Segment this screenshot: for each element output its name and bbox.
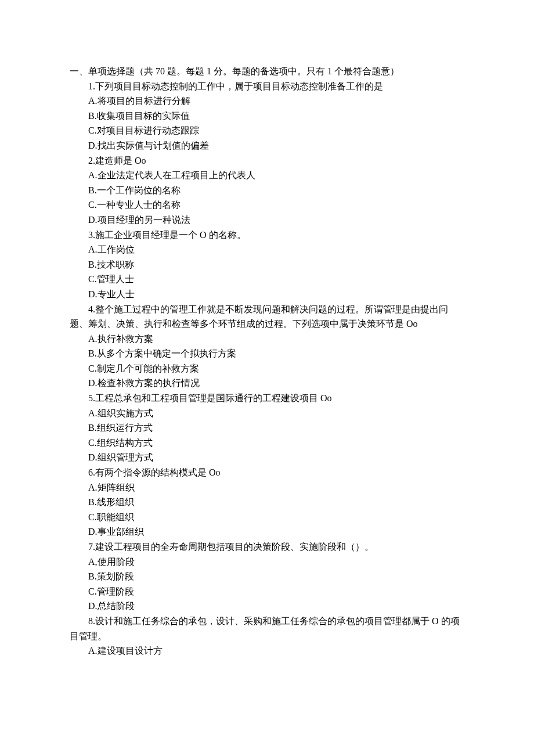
question-1-option-d: D.找出实际值与计划值的偏差 [70, 138, 464, 153]
question-6-option-b: B.线形组织 [70, 495, 464, 510]
question-7-stem: 7.建设工程项目的全寿命周期包括项目的决策阶段、实施阶段和（）。 [70, 539, 464, 555]
question-6-option-c: C.职能组织 [70, 510, 464, 525]
question-6-stem: 6.有两个指令源的结构模式是 Oo [70, 465, 464, 480]
question-4-option-b: B.从多个方案中确定一个拟执行方案 [70, 346, 464, 361]
question-5-option-c: C.组织结构方式 [70, 435, 464, 451]
question-2-option-d: D.项目经理的另一种说法 [70, 213, 464, 228]
question-3-option-d: D.专业人士 [70, 287, 464, 302]
question-2-option-b: B.一个工作岗位的名称 [70, 183, 464, 198]
question-1-stem: 1.下列项目目标动态控制的工作中，属于项目目标动态控制准备工作的是 [70, 79, 464, 94]
question-2-option-c: C.一种专业人士的名称 [70, 197, 464, 213]
question-5-option-a: A.组织实施方式 [70, 406, 464, 421]
question-3-option-c: C.管理人士 [70, 272, 464, 287]
question-4-option-a: A.执行补救方案 [70, 332, 464, 347]
section-header: 一、单项选择题（共 70 题。每题 1 分。每题的备选项中。只有 1 个最符合题… [70, 64, 464, 79]
question-4-option-d: D.检查补救方案的执行情况 [70, 376, 464, 391]
question-8-option-a: A.建设项目设计方 [70, 643, 464, 658]
question-4-stem: 4.整个施工过程中的管理工作就是不断发现问题和解决问题的过程。所谓管理是由提出问… [70, 302, 464, 332]
question-5-option-b: B.组织运行方式 [70, 420, 464, 435]
question-5-stem: 5.工程总承包和工程项目管理是国际通行的工程建设项目 Oo [70, 391, 464, 406]
question-3-option-a: A.工作岗位 [70, 242, 464, 257]
question-1-option-c: C.对项目目标进行动态跟踪 [70, 123, 464, 138]
question-8-stem: 8.设计和施工任务综合的承包，设计、采购和施工任务综合的承包的项目管理都属于 O… [70, 614, 464, 643]
question-1-option-a: A.将项目的目标进行分解 [70, 93, 464, 109]
question-2-stem: 2.建造师是 Oo [70, 153, 464, 168]
question-5-option-d: D.组织管理方式 [70, 450, 464, 465]
question-6-option-d: D.事业部组织 [70, 524, 464, 539]
question-7-option-c: C.管理阶段 [70, 584, 464, 599]
question-7-option-d: D.总结阶段 [70, 599, 464, 614]
question-6-option-a: A.矩阵组织 [70, 480, 464, 495]
question-2-option-a: A.企业法定代表人在工程项目上的代表人 [70, 168, 464, 183]
question-3-option-b: B.技术职称 [70, 257, 464, 272]
question-3-stem: 3.施工企业项目经理是一个 O 的名称。 [70, 228, 464, 243]
question-1-option-b: B.收集项目目标的实际值 [70, 109, 464, 124]
question-4-option-c: C.制定几个可能的补救方案 [70, 361, 464, 376]
question-7-option-a: A,使用阶段 [70, 555, 464, 570]
document-page: 一、单项选择题（共 70 题。每题 1 分。每题的备选项中。只有 1 个最符合题… [0, 0, 534, 756]
question-7-option-b: B.策划阶段 [70, 569, 464, 584]
